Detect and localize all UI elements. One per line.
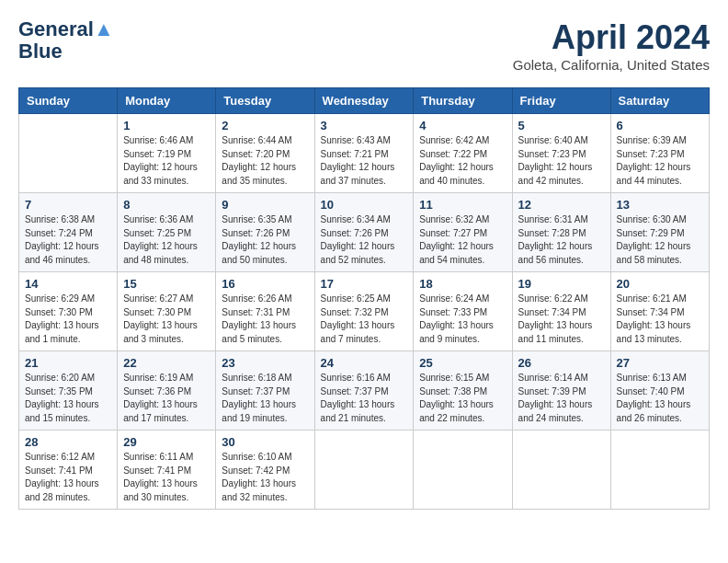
day-info: Sunrise: 6:31 AMSunset: 7:28 PMDaylight:… (518, 213, 605, 267)
day-info: Sunrise: 6:46 AMSunset: 7:19 PMDaylight:… (123, 134, 210, 188)
day-number: 12 (518, 198, 605, 212)
day-number: 16 (222, 277, 308, 291)
day-info: Sunrise: 6:43 AMSunset: 7:21 PMDaylight:… (321, 134, 408, 188)
day-info: Sunrise: 6:22 AMSunset: 7:34 PMDaylight:… (518, 293, 605, 346)
weekday-header-wednesday: Wednesday (314, 88, 414, 114)
day-number: 23 (222, 356, 308, 370)
calendar-cell: 17Sunrise: 6:25 AMSunset: 7:32 PMDayligh… (314, 272, 414, 351)
calendar-cell: 26Sunrise: 6:14 AMSunset: 7:39 PMDayligh… (512, 351, 610, 431)
day-info: Sunrise: 6:20 AMSunset: 7:35 PMDaylight:… (25, 372, 111, 425)
day-number: 1 (123, 119, 210, 132)
day-number: 2 (222, 119, 308, 132)
weekday-header-saturday: Saturday (610, 88, 709, 114)
day-info: Sunrise: 6:21 AMSunset: 7:34 PMDaylight:… (617, 293, 703, 346)
day-info: Sunrise: 6:38 AMSunset: 7:24 PMDaylight:… (25, 213, 111, 267)
calendar-cell: 10Sunrise: 6:34 AMSunset: 7:26 PMDayligh… (314, 193, 414, 272)
day-info: Sunrise: 6:10 AMSunset: 7:42 PMDaylight:… (222, 451, 308, 504)
day-info: Sunrise: 6:27 AMSunset: 7:30 PMDaylight:… (123, 293, 210, 346)
calendar-cell: 23Sunrise: 6:18 AMSunset: 7:37 PMDayligh… (216, 351, 314, 431)
calendar-cell: 2Sunrise: 6:44 AMSunset: 7:20 PMDaylight… (216, 114, 314, 193)
day-info: Sunrise: 6:24 AMSunset: 7:33 PMDaylight:… (419, 293, 506, 346)
calendar-cell: 9Sunrise: 6:35 AMSunset: 7:26 PMDaylight… (216, 193, 314, 272)
month-title: April 2024 (513, 18, 710, 57)
calendar-cell (19, 114, 118, 193)
day-number: 10 (321, 198, 408, 212)
calendar-body: 1Sunrise: 6:46 AMSunset: 7:19 PMDaylight… (19, 114, 710, 510)
day-number: 28 (25, 435, 111, 449)
day-info: Sunrise: 6:14 AMSunset: 7:39 PMDaylight:… (518, 372, 605, 425)
day-info: Sunrise: 6:34 AMSunset: 7:26 PMDaylight:… (321, 213, 408, 267)
day-number: 6 (617, 119, 703, 132)
day-number: 29 (123, 435, 210, 449)
calendar-cell: 15Sunrise: 6:27 AMSunset: 7:30 PMDayligh… (118, 272, 216, 351)
day-info: Sunrise: 6:29 AMSunset: 7:30 PMDaylight:… (25, 293, 111, 346)
weekday-header-friday: Friday (512, 88, 610, 114)
day-info: Sunrise: 6:44 AMSunset: 7:20 PMDaylight:… (222, 134, 308, 188)
day-info: Sunrise: 6:13 AMSunset: 7:40 PMDaylight:… (617, 372, 703, 425)
calendar-cell: 3Sunrise: 6:43 AMSunset: 7:21 PMDaylight… (314, 114, 414, 193)
calendar-cell: 21Sunrise: 6:20 AMSunset: 7:35 PMDayligh… (19, 351, 118, 431)
calendar-cell: 25Sunrise: 6:15 AMSunset: 7:38 PMDayligh… (414, 351, 512, 431)
calendar: SundayMondayTuesdayWednesdayThursdayFrid… (18, 87, 710, 510)
logo-text: General▲Blue (18, 18, 114, 63)
day-number: 20 (617, 277, 703, 291)
day-info: Sunrise: 6:11 AMSunset: 7:41 PMDaylight:… (123, 451, 210, 504)
day-number: 21 (25, 356, 111, 370)
day-info: Sunrise: 6:42 AMSunset: 7:22 PMDaylight:… (419, 134, 506, 188)
day-info: Sunrise: 6:36 AMSunset: 7:25 PMDaylight:… (123, 213, 210, 267)
week-row-4: 21Sunrise: 6:20 AMSunset: 7:35 PMDayligh… (19, 351, 710, 431)
calendar-cell: 13Sunrise: 6:30 AMSunset: 7:29 PMDayligh… (610, 193, 709, 272)
calendar-cell (512, 431, 610, 510)
week-row-2: 7Sunrise: 6:38 AMSunset: 7:24 PMDaylight… (19, 193, 710, 272)
calendar-cell: 19Sunrise: 6:22 AMSunset: 7:34 PMDayligh… (512, 272, 610, 351)
calendar-cell: 27Sunrise: 6:13 AMSunset: 7:40 PMDayligh… (610, 351, 709, 431)
location: Goleta, California, United States (513, 57, 710, 73)
title-block: April 2024 Goleta, California, United St… (513, 18, 710, 73)
day-info: Sunrise: 6:15 AMSunset: 7:38 PMDaylight:… (419, 372, 506, 425)
calendar-cell (314, 431, 414, 510)
calendar-cell: 12Sunrise: 6:31 AMSunset: 7:28 PMDayligh… (512, 193, 610, 272)
day-number: 18 (419, 277, 506, 291)
day-number: 5 (518, 119, 605, 132)
day-number: 17 (321, 277, 408, 291)
calendar-cell: 30Sunrise: 6:10 AMSunset: 7:42 PMDayligh… (216, 431, 314, 510)
calendar-cell: 29Sunrise: 6:11 AMSunset: 7:41 PMDayligh… (118, 431, 216, 510)
calendar-cell: 20Sunrise: 6:21 AMSunset: 7:34 PMDayligh… (610, 272, 709, 351)
calendar-cell: 28Sunrise: 6:12 AMSunset: 7:41 PMDayligh… (19, 431, 118, 510)
day-number: 30 (222, 435, 308, 449)
day-number: 7 (25, 198, 111, 212)
weekday-header-sunday: Sunday (19, 88, 118, 114)
day-number: 19 (518, 277, 605, 291)
day-number: 11 (419, 198, 506, 212)
day-number: 25 (419, 356, 506, 370)
weekday-header-row: SundayMondayTuesdayWednesdayThursdayFrid… (19, 88, 710, 114)
day-number: 22 (123, 356, 210, 370)
calendar-cell: 1Sunrise: 6:46 AMSunset: 7:19 PMDaylight… (118, 114, 216, 193)
day-info: Sunrise: 6:18 AMSunset: 7:37 PMDaylight:… (222, 372, 308, 425)
calendar-cell: 16Sunrise: 6:26 AMSunset: 7:31 PMDayligh… (216, 272, 314, 351)
calendar-cell (414, 431, 512, 510)
calendar-cell (610, 431, 709, 510)
calendar-cell: 18Sunrise: 6:24 AMSunset: 7:33 PMDayligh… (414, 272, 512, 351)
weekday-header-tuesday: Tuesday (216, 88, 314, 114)
page-header: General▲Blue April 2024 Goleta, Californ… (18, 18, 710, 73)
day-number: 15 (123, 277, 210, 291)
day-info: Sunrise: 6:19 AMSunset: 7:36 PMDaylight:… (123, 372, 210, 425)
week-row-3: 14Sunrise: 6:29 AMSunset: 7:30 PMDayligh… (19, 272, 710, 351)
day-info: Sunrise: 6:35 AMSunset: 7:26 PMDaylight:… (222, 213, 308, 267)
day-number: 24 (321, 356, 408, 370)
calendar-cell: 7Sunrise: 6:38 AMSunset: 7:24 PMDaylight… (19, 193, 118, 272)
day-info: Sunrise: 6:40 AMSunset: 7:23 PMDaylight:… (518, 134, 605, 188)
day-info: Sunrise: 6:32 AMSunset: 7:27 PMDaylight:… (419, 213, 506, 267)
day-number: 13 (617, 198, 703, 212)
day-info: Sunrise: 6:12 AMSunset: 7:41 PMDaylight:… (25, 451, 111, 504)
day-info: Sunrise: 6:16 AMSunset: 7:37 PMDaylight:… (321, 372, 408, 425)
week-row-5: 28Sunrise: 6:12 AMSunset: 7:41 PMDayligh… (19, 431, 710, 510)
calendar-cell: 11Sunrise: 6:32 AMSunset: 7:27 PMDayligh… (414, 193, 512, 272)
day-info: Sunrise: 6:39 AMSunset: 7:23 PMDaylight:… (617, 134, 703, 188)
weekday-header-monday: Monday (118, 88, 216, 114)
calendar-cell: 24Sunrise: 6:16 AMSunset: 7:37 PMDayligh… (314, 351, 414, 431)
day-info: Sunrise: 6:30 AMSunset: 7:29 PMDaylight:… (617, 213, 703, 267)
logo: General▲Blue (18, 18, 114, 63)
day-info: Sunrise: 6:26 AMSunset: 7:31 PMDaylight:… (222, 293, 308, 346)
